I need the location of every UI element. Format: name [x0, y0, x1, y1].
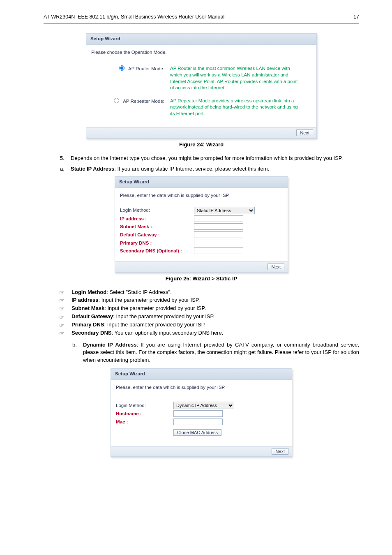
secondary-dns-input[interactable] — [194, 247, 243, 254]
list-item-b-lead: Dynamic IP Address — [83, 342, 136, 348]
subnet-mask-input[interactable] — [194, 223, 243, 230]
panel-subtitle: Please, enter the data which is supplied… — [115, 188, 288, 201]
clone-mac-button[interactable]: Clone MAC Address — [173, 429, 221, 436]
list-item-5: Depends on the Internet type you chose, … — [60, 155, 359, 162]
list-item-a: Static IP Address: If you are using stat… — [60, 165, 359, 173]
list-item-b: Dynamic IP Address: If you are using Int… — [72, 341, 359, 365]
next-button[interactable]: Next — [267, 264, 284, 270]
primary-dns-label: Primary DNS : — [120, 240, 194, 247]
mac-input[interactable] — [173, 419, 223, 425]
bullet-default-gw: Default Gateway: Input the parameter pro… — [59, 313, 359, 321]
panel-title: Setup Wizard — [111, 369, 292, 380]
login-method-label: Login Method: — [120, 207, 194, 214]
bullet-term: Subnet Mask — [71, 305, 104, 311]
panel-title: Setup Wizard — [115, 177, 288, 188]
primary-dns-input[interactable] — [194, 240, 243, 246]
bullet-secondary-dns: Secondary DNS: You can optionally input … — [59, 329, 359, 337]
bullet-term: Login Method — [71, 289, 106, 295]
login-method-select[interactable]: Static IP Address — [194, 207, 255, 214]
setup-wizard-dynamicip-panel: Setup Wizard Please, enter the data whic… — [111, 368, 292, 457]
running-head: AT-WR2304N IEEE 802.11 b/g/n, Small Busi… — [44, 13, 224, 21]
mac-label: Mac : — [116, 419, 173, 426]
login-method-select[interactable]: Dynamic IP Address — [173, 402, 234, 409]
subnet-mask-label: Subnet Mask : — [120, 223, 194, 230]
ap-router-mode-radio[interactable]: AP Router Mode: — [91, 65, 170, 91]
bullet-subnet-mask: Subnet Mask: Input the parameter provide… — [59, 305, 359, 312]
ap-router-mode-desc: AP Router is the most common Wireless LA… — [170, 65, 311, 91]
ap-repeater-mode-label: AP Repeater Mode: — [123, 98, 164, 105]
figure24-caption: Wizard — [206, 141, 224, 148]
setup-wizard-mode-panel: Setup Wizard Please choose the Operation… — [86, 33, 317, 139]
ap-router-mode-label: AP Router Mode: — [128, 65, 164, 72]
hostname-input[interactable] — [173, 410, 223, 417]
setup-wizard-staticip-panel: Setup Wizard Please, enter the data whic… — [115, 176, 288, 272]
next-button[interactable]: Next — [272, 448, 288, 455]
ip-address-label: IP address : — [120, 215, 194, 222]
bullet-term: Secondary DNS — [71, 330, 112, 336]
next-button[interactable]: Next — [296, 130, 313, 136]
figure25-caption-prefix: Figure 25: — [166, 275, 193, 282]
ap-repeater-mode-desc: AP Repeater Mode provides a wireless ups… — [170, 98, 311, 117]
bullet-primary-dns: Primary DNS: Input the parameter provide… — [59, 321, 359, 329]
ip-address-input[interactable] — [194, 215, 243, 222]
panel-subtitle: Please choose the Operation Mode. — [86, 45, 316, 58]
default-gateway-label: Default Gateway : — [120, 231, 194, 238]
default-gateway-input[interactable] — [194, 231, 243, 238]
panel-subtitle: Please, enter the data which is supplied… — [111, 380, 292, 393]
bullet-text: : Input the parameter provided by your I… — [104, 305, 206, 311]
hostname-label: Hostname : — [116, 410, 173, 417]
bullet-login-method: Login Method: Select "Static IP Address"… — [59, 289, 359, 296]
ap-repeater-mode-radio[interactable]: AP Repeater Mode: — [91, 98, 170, 117]
ap-router-mode-radio-input[interactable] — [119, 65, 125, 71]
figure24-caption-prefix: Figure 24: — [179, 141, 206, 148]
bullet-text: : Select "Static IP Address". — [106, 289, 172, 295]
page-number: 17 — [353, 13, 359, 21]
login-method-label: Login Method: — [116, 402, 173, 409]
bullet-term: Default Gateway — [71, 313, 113, 319]
bullet-text: : Input the parameter provided by your I… — [99, 297, 200, 303]
list-item-a-lead: Static IP Address — [71, 166, 114, 172]
header-rule — [44, 23, 359, 23]
figure25-caption: Wizard > Static IP — [193, 275, 238, 282]
bullet-term: IP address — [71, 297, 99, 303]
static-ip-bullets: Login Method: Select "Static IP Address"… — [59, 289, 359, 337]
bullet-term: Primary DNS — [71, 321, 104, 328]
bullet-text: : You can optionally input secondary DNS… — [112, 330, 224, 336]
ap-repeater-mode-radio-input[interactable] — [114, 98, 119, 103]
bullet-text: : Input the parameter provided by your I… — [104, 321, 205, 328]
secondary-dns-label: Secondary DNS (Optional) : — [120, 247, 194, 254]
bullet-ip-address: IP address: Input the parameter provided… — [59, 296, 359, 304]
panel-title: Setup Wizard — [86, 34, 316, 45]
list-item-a-rest: : If you are using static IP Internet se… — [114, 166, 269, 172]
bullet-text: : Input the parameter provided by your I… — [113, 313, 214, 319]
